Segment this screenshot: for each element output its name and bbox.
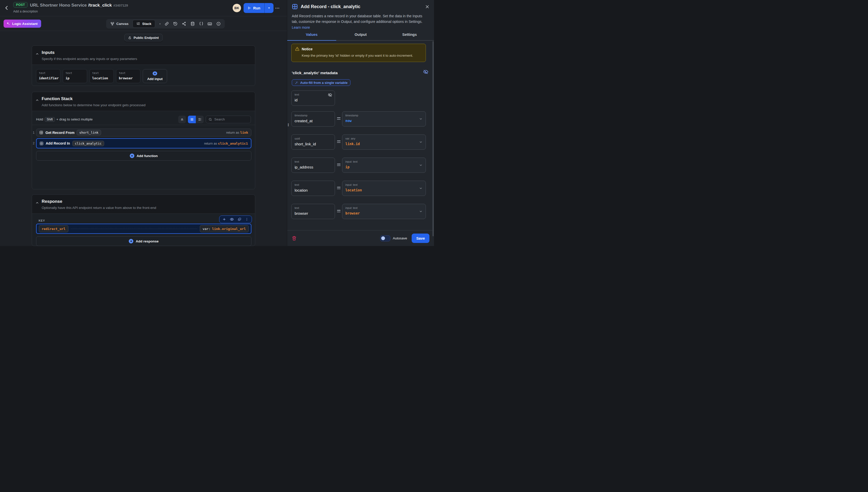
more-options-icon[interactable] (275, 6, 280, 11)
public-endpoint-button[interactable]: Public Endpoint (125, 34, 162, 42)
add-icon[interactable] (222, 218, 226, 221)
share-icon[interactable] (180, 20, 188, 28)
add-input-button[interactable]: + Add input (143, 69, 167, 83)
value-dropdown-short-link-id[interactable]: var: any link.id (342, 134, 426, 150)
back-icon[interactable] (4, 5, 10, 11)
delete-icon[interactable] (292, 236, 297, 241)
field-card-short-link-id[interactable]: uuid short_link_id (291, 134, 335, 150)
response-row-toolbar (219, 216, 252, 223)
field-card-id[interactable]: text id (291, 91, 335, 106)
avatar[interactable]: BK (233, 4, 241, 12)
info-icon[interactable] (214, 20, 223, 28)
run-dropdown-button[interactable] (265, 3, 273, 13)
tab-values[interactable]: Values (287, 32, 336, 40)
autofill-button[interactable]: Auto-fill from a single variable (292, 79, 350, 86)
row-number: 1 (33, 131, 34, 134)
database-icon[interactable] (188, 20, 197, 28)
chevron-up-icon[interactable] (35, 52, 39, 56)
learn-more-link[interactable]: Learn more (292, 25, 310, 29)
stack-row-add-record[interactable]: Add Record In click_analytic return as c… (36, 138, 252, 148)
table-name-badge[interactable]: click_analytic (72, 141, 104, 146)
link-icon[interactable] (162, 20, 171, 28)
panel-title: Add Record - click_analytic (301, 4, 360, 9)
field-name: created_at (295, 119, 332, 123)
add-function-button[interactable]: + Add function (36, 151, 252, 161)
value-expression: link.original_url (212, 227, 246, 231)
list-view-button[interactable] (188, 116, 196, 123)
tab-output[interactable]: Output (336, 32, 385, 40)
field-name: browser (295, 211, 332, 216)
search-input[interactable] (214, 117, 248, 121)
logic-assistant-label: Logic Assistant (12, 22, 37, 26)
tab-settings[interactable]: Settings (385, 32, 434, 40)
return-variable[interactable]: link (240, 131, 248, 134)
braces-icon[interactable] (197, 20, 206, 28)
view-toolbar: Logic Assistant Canvas Stack XanoScript (0, 17, 287, 31)
response-header[interactable]: Response Optionally have this API endpoi… (32, 195, 255, 214)
stack-row-get-record[interactable]: Get Record From short_link return as lin… (36, 129, 252, 137)
autosave-toggle[interactable] (380, 235, 390, 241)
sparkles-icon (6, 22, 10, 26)
stack-action-label: Get Record From (46, 131, 74, 135)
input-chip-ip[interactable]: text ip (63, 69, 87, 83)
notice-body: Keep the primary key 'id' hidden or empt… (302, 53, 419, 58)
copy-icon[interactable] (238, 218, 241, 221)
table-name-badge[interactable]: short_link (77, 130, 101, 135)
input-name: location (92, 76, 111, 80)
save-button[interactable]: Save (412, 233, 429, 243)
run-label: Run (253, 6, 260, 10)
response-value-badge[interactable]: var:link.original_url (200, 225, 248, 232)
value-dropdown-browser[interactable]: input: text browser (342, 204, 426, 219)
value-type: timestamp (345, 114, 423, 117)
collapse-all-button[interactable] (178, 116, 186, 123)
panel-resize-handle[interactable]: ••• (288, 124, 289, 127)
field-type: text (295, 183, 332, 186)
history-icon[interactable] (171, 20, 180, 28)
response-key-badge[interactable]: redirect_url (39, 225, 68, 232)
tab-stack[interactable]: Stack (133, 20, 155, 28)
return-variable[interactable]: click_analytic1 (218, 142, 248, 145)
panel-footer: Autosave Save (287, 230, 434, 246)
field-card-created-at[interactable]: timestamp created_at (291, 111, 335, 127)
tab-canvas[interactable]: Canvas (107, 20, 132, 28)
add-response-button[interactable]: + Add response (36, 236, 252, 246)
field-card-location[interactable]: text location (291, 181, 335, 196)
value-dropdown-created-at[interactable]: timestamp now (342, 111, 426, 127)
inputs-header[interactable]: Inputs Specify if this endpoint accepts … (32, 46, 255, 65)
close-icon[interactable] (425, 5, 429, 9)
add-description-link[interactable]: Add a description (13, 10, 38, 13)
keyboard-icon[interactable] (206, 20, 214, 28)
input-name: ip (65, 76, 84, 80)
equals-sign (337, 210, 341, 213)
function-stack-header[interactable]: Function Stack Add functions below to de… (32, 92, 255, 111)
logic-assistant-button[interactable]: Logic Assistant (4, 20, 41, 28)
add-response-label: Add response (136, 239, 158, 243)
response-row[interactable]: redirect_url var:link.original_url (36, 224, 252, 234)
kebab-menu-icon[interactable] (245, 218, 248, 221)
panel-scrollbar[interactable] (432, 41, 434, 236)
input-chip-browser[interactable]: text browser (116, 69, 140, 83)
input-chip-identifier[interactable]: text identifier (36, 69, 60, 83)
stack-search[interactable] (206, 116, 251, 123)
key-column-header: KEY (38, 219, 45, 222)
field-card-browser[interactable]: text browser (291, 204, 335, 219)
chevron-up-icon[interactable] (35, 99, 39, 102)
plus-icon: + (153, 71, 157, 75)
value-dropdown-ip-address[interactable]: input: text ip (342, 157, 426, 173)
chevron-up-icon[interactable] (35, 201, 39, 204)
field-name: id (295, 98, 332, 102)
run-button[interactable]: Run (243, 3, 273, 13)
value-dropdown-location[interactable]: input: text location (342, 181, 426, 196)
play-icon (247, 6, 251, 10)
multiselect-hint: Hold Shift + drag to select multiple (36, 117, 93, 122)
field-row-created-at: timestamp created_at timestamp now (291, 111, 426, 127)
eye-icon[interactable] (230, 217, 234, 221)
input-chip-location[interactable]: text location (89, 69, 114, 83)
value-expression: browser (345, 211, 423, 215)
compact-view-button[interactable] (196, 116, 204, 123)
field-card-ip-address[interactable]: text ip_address (291, 157, 335, 173)
eye-off-icon[interactable] (423, 69, 428, 74)
hint-suffix: + drag to select multiple (56, 117, 93, 121)
eye-off-icon[interactable] (328, 93, 332, 97)
row-number: 2 (33, 142, 34, 145)
